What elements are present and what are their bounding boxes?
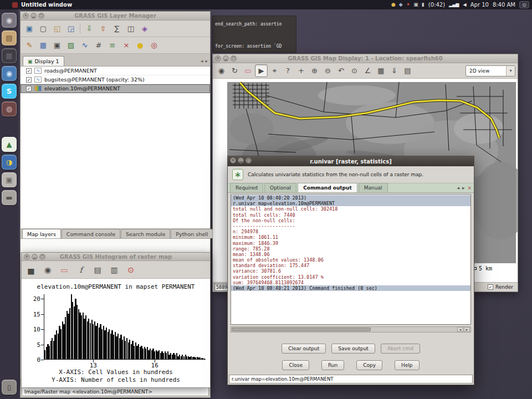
gui-settings-button[interactable]: ● [134,39,147,52]
create-new-workspace-button[interactable]: ▢ [37,22,50,35]
return-to-previous-zoom-button[interactable]: ↶ [335,64,347,77]
launcher-disk-utility[interactable]: ▬ [2,190,17,205]
pointer-tool-button[interactable]: ▶ [255,64,268,77]
render-map-button[interactable]: ↻ [228,64,241,77]
scrollbar-thumb[interactable] [232,328,371,331]
network-signal-icon[interactable]: ▂▄▆ [449,3,459,7]
layer-row[interactable]: ✓elevation.10m@PERMANENT [21,84,210,93]
scroll-left-icon[interactable]: ◂ [457,327,463,332]
tab-left-icon[interactable]: ◂ [457,185,459,191]
clear-output-button[interactable]: Clear output [282,344,326,354]
layer-checkbox[interactable]: ✓ [26,86,32,91]
battery-indicator-icon[interactable]: ▮ [422,2,424,7]
close-button[interactable]: × [215,55,221,62]
maximize-button[interactable]: □ [39,254,45,260]
graphical-modeler-button[interactable]: ◈ [138,22,151,35]
sound-icon[interactable]: ◀ [463,3,467,7]
map-swipe-button[interactable]: ◫ [124,22,137,35]
save-output-button[interactable]: Save output [331,344,375,354]
tab-manual[interactable]: Manual [359,183,388,192]
print-preview-button[interactable]: ▤ [90,263,105,277]
add-overlay-button[interactable]: ▦ [375,64,387,77]
layer-manager-titlebar[interactable]: ×▁□ GRASS GIS Layer Manager [21,12,210,21]
scroll-right-icon[interactable]: ▸ [464,327,470,332]
minimize-button[interactable]: ▁ [238,157,244,163]
analyze-menu-button[interactable]: ∠ [361,64,374,77]
close-button[interactable]: × [230,157,236,163]
save-workspace-button[interactable]: ◲ [64,22,78,35]
launcher-screenshot-tool[interactable]: ▦ [2,48,17,63]
printer-indicator-icon[interactable]: ✦ [406,2,411,7]
tab-scroll-right-icon[interactable]: ▸ [205,58,208,64]
display-map-button[interactable]: ◉ [215,64,228,77]
layer-checkbox[interactable]: ✓ [26,68,32,74]
histogram-titlebar[interactable]: ×▁□ GRASS GIS Histogram of raster map [22,253,210,261]
command-output-panel[interactable]: (Wed Apr 10 08:40:20 2013)r.univar map=e… [231,194,471,325]
messaging-indicator-icon[interactable]: ● [391,2,396,7]
clock-label[interactable]: 8:40 AM [493,2,515,8]
launcher-skype[interactable]: S [2,84,17,99]
battery-label[interactable]: (0:42) [428,2,445,8]
close-button[interactable]: × [23,13,29,19]
print-histogram-button[interactable]: ▥ [107,263,121,277]
maximize-button[interactable]: □ [231,55,237,62]
tab-optional[interactable]: Optional [264,183,296,192]
search-modules-button[interactable]: ◎ [147,39,161,52]
minimize-button[interactable]: ▁ [32,254,38,260]
delete-selected-layer-button[interactable]: × [120,39,133,52]
histogram-options-button[interactable]: ▅ [24,263,38,277]
launcher-web-browser[interactable]: ◉ [2,66,17,81]
add-multiple-layers-button[interactable]: ▣ [50,39,64,52]
show-attribute-table-button[interactable]: ▦ [37,39,50,52]
raster-map-calculator-button[interactable]: ∑ [110,22,124,35]
horizontal-scrollbar[interactable]: ◂ ▸ [231,326,471,332]
layer-checkbox[interactable]: ✓ [26,77,32,83]
minimize-button[interactable]: ▁ [30,13,37,19]
erase-histogram-button[interactable]: ▭ [57,263,71,277]
minimize-button[interactable]: ▁ [223,55,229,62]
tab-python-shell[interactable]: Python shell [171,229,213,238]
close-button[interactable]: Close [282,360,309,370]
save-display-to-file-button[interactable]: ⇓ [388,64,401,77]
close-button[interactable]: × [24,254,30,260]
add-overlays-button[interactable]: ≡ [106,39,119,52]
add-vector-layer-button[interactable]: ∿ [78,39,91,52]
tab-scroll-left-icon[interactable]: ◂ [201,58,203,64]
render-checkbox[interactable]: ✓ [488,284,493,290]
launcher-media-app[interactable]: ◍ [2,101,17,116]
tab-command-console[interactable]: Command console [62,229,120,238]
date-label[interactable]: Apr 10 [470,2,489,8]
add-raster-layer-button[interactable]: ▨ [64,39,78,52]
map-display-titlebar[interactable]: ×▁□ GRASS GIS Map Display: 1 - Location:… [213,54,518,63]
tab-close-icon[interactable]: × [467,185,472,191]
start-new-map-display-button[interactable]: ▣ [23,22,36,35]
launcher-trash[interactable]: ▯ [2,380,17,395]
view-mode-select[interactable]: 2D view ▾ [466,65,515,76]
tab-display-1[interactable]: ▣ Display 1 [23,56,64,66]
command-field[interactable]: r.univar map=elevation.10m@PERMANENT [229,375,473,383]
maximize-button[interactable]: □ [245,157,252,163]
import-raster-data-button[interactable]: ⇩ [83,22,96,35]
tab-right-icon[interactable]: ▸ [462,185,465,191]
maximize-button[interactable]: □ [38,13,44,19]
launcher-grass-gis[interactable]: ▲ [2,137,17,152]
zoom-in-tool-button[interactable]: ⊕ [308,64,321,77]
render-histogram-button[interactable]: ◉ [40,263,55,277]
run-button[interactable]: Run [321,360,344,370]
open-workspace-button[interactable]: ◱ [50,22,64,35]
tab-command-output[interactable]: Command output [298,183,357,192]
erase-display-button[interactable]: ▭ [242,64,254,77]
launcher-files[interactable]: ▤ [2,30,17,45]
layer-tree[interactable]: ✓∿roads@PERMANENT✓∿bugsites@PERMANENT (o… [21,66,210,229]
launcher-gis-app[interactable]: ◑ [2,155,17,170]
tab-search-module[interactable]: Search module [121,229,170,238]
help-button[interactable]: Help [395,360,420,370]
zoom-options-button[interactable]: ⊙ [348,64,361,77]
quit-histogram-button[interactable]: ⊙ [124,263,138,277]
dialog-titlebar[interactable]: ×▁□ r.univar [raster, statistics] [228,156,474,166]
pan-tool-button[interactable]: + [295,64,308,77]
edit-vector-maps-button[interactable]: ✎ [23,39,36,52]
launcher-dash-home[interactable]: ◉ [2,13,17,28]
add-layer-group-button[interactable]: # [92,39,105,52]
layer-row[interactable]: ✓∿roads@PERMANENT [21,66,210,75]
